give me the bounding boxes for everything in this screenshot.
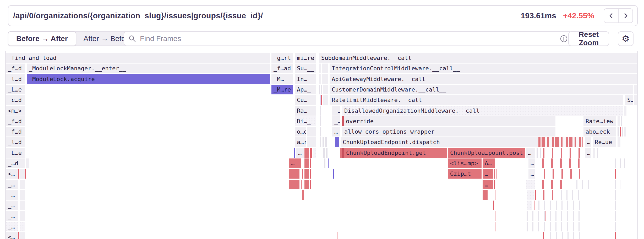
settings-button[interactable]: ⚙	[618, 31, 634, 46]
flame-frame[interactable]	[624, 127, 626, 136]
flame-frame[interactable]: _ModuleLockManager.__enter__	[27, 64, 270, 73]
flame-frame[interactable]	[615, 190, 616, 200]
flame-frame[interactable]	[322, 64, 328, 73]
flame-frame[interactable]: _M…__	[271, 74, 293, 84]
flame-frame[interactable]	[624, 158, 625, 168]
flame-frame[interactable]	[320, 116, 321, 126]
flame-frame[interactable]	[620, 127, 621, 136]
flame-frame[interactable]	[333, 169, 334, 179]
flame-frame[interactable]	[615, 211, 616, 221]
flame-frame[interactable]	[313, 148, 316, 158]
flame-frame[interactable]: o…e	[295, 127, 306, 136]
flame-frame[interactable]	[20, 232, 25, 239]
flame-frame[interactable]	[634, 85, 637, 94]
flame-frame[interactable]	[615, 222, 616, 231]
flame-frame[interactable]	[20, 201, 25, 210]
reset-zoom-button[interactable]: Reset Zoom	[568, 31, 609, 46]
flame-frame[interactable]: _L…e	[6, 85, 25, 94]
flame-frame[interactable]: DisallowedOrganizationMiddleware.__call_…	[342, 106, 623, 116]
flame-frame[interactable]: Cu…_	[295, 95, 316, 105]
flame-frame[interactable]	[323, 137, 324, 147]
flame-frame[interactable]	[615, 180, 616, 189]
flame-frame[interactable]: _ModuleLock.acquire	[27, 74, 270, 84]
flame-frame[interactable]	[322, 74, 328, 84]
flame-stripe-cluster[interactable]	[527, 211, 583, 221]
flame-frame[interactable]: _f…ad	[271, 64, 293, 73]
flame-frame[interactable]: _…	[6, 201, 18, 210]
flame-frame[interactable]: _…	[332, 116, 340, 126]
flame-frame[interactable]: _l…d	[6, 74, 25, 84]
flame-frame[interactable]: A…	[483, 158, 495, 168]
flame-frame[interactable]	[321, 85, 322, 94]
flame-stripe-cluster[interactable]	[542, 180, 569, 189]
flame-frame[interactable]	[18, 232, 19, 239]
flame-frame[interactable]: Re…ue	[593, 137, 616, 147]
flame-frame[interactable]	[320, 127, 321, 136]
flame-stripe-cluster[interactable]	[542, 158, 583, 168]
flame-frame[interactable]: RatelimitMiddleware.__call__	[330, 95, 623, 105]
flame-frame[interactable]: ChunkUploadEndpoint.dispatch	[341, 137, 538, 147]
flame-frame[interactable]: ChunkUploadEndpoint.get	[342, 148, 447, 158]
flame-frame[interactable]	[543, 232, 544, 239]
flame-frame[interactable]: _c…d	[6, 95, 25, 105]
flame-stripe-cluster[interactable]	[544, 169, 580, 179]
flame-frame[interactable]	[320, 106, 321, 116]
flame-frame[interactable]: _…	[6, 190, 18, 200]
flame-frame[interactable]	[20, 222, 25, 231]
flame-frame[interactable]: …	[585, 148, 591, 158]
flame-frame[interactable]	[304, 158, 309, 168]
flame-frame[interactable]	[495, 222, 495, 231]
flame-frame[interactable]: mi…re	[295, 53, 316, 63]
flame-frame[interactable]: _…d	[6, 158, 25, 168]
flame-frame[interactable]	[323, 85, 328, 94]
search-input[interactable]	[139, 34, 556, 43]
flame-frame[interactable]	[302, 169, 303, 179]
flame-frame[interactable]: …	[483, 180, 493, 189]
flame-frame[interactable]	[319, 64, 321, 73]
flame-stripe-cluster[interactable]	[561, 190, 584, 200]
flame-frame[interactable]: …	[332, 127, 340, 136]
flame-frame[interactable]	[493, 201, 494, 210]
flame-frame[interactable]	[319, 85, 320, 94]
flame-frame[interactable]	[311, 148, 312, 158]
flame-frame[interactable]	[335, 137, 339, 147]
flame-stripe-cluster[interactable]	[527, 222, 583, 231]
flame-frame[interactable]	[18, 169, 19, 179]
next-button[interactable]	[618, 8, 633, 23]
flame-frame[interactable]: _M…re	[271, 85, 293, 94]
flame-frame[interactable]	[597, 148, 598, 158]
flame-frame[interactable]	[495, 190, 495, 200]
flame-frame[interactable]	[302, 190, 304, 200]
flame-frame[interactable]: Gzip…t__	[448, 169, 482, 179]
flame-frame[interactable]: ApiGatewayMiddleware.__call__	[330, 74, 637, 84]
flame-frame[interactable]	[634, 95, 637, 105]
flame-frame[interactable]	[319, 74, 321, 84]
flame-stripe-cluster[interactable]	[538, 201, 583, 210]
prev-button[interactable]	[604, 8, 618, 23]
flame-frame[interactable]: CustomerDomainMiddleware.__call__	[330, 85, 633, 94]
flame-frame[interactable]: allow_cors_options_wrapper	[342, 127, 555, 136]
flame-frame[interactable]	[323, 95, 328, 105]
flame-frame[interactable]	[615, 158, 616, 168]
flame-frame[interactable]	[310, 148, 311, 158]
flame-frame[interactable]	[320, 137, 321, 147]
flame-frame[interactable]: _g…rt	[271, 53, 293, 63]
flame-frame[interactable]: _…	[6, 180, 18, 189]
flame-frame[interactable]	[20, 211, 25, 221]
flame-frame[interactable]: a…r	[295, 137, 306, 147]
flame-frame[interactable]	[620, 158, 621, 168]
flame-frame[interactable]	[310, 169, 311, 179]
flame-frame[interactable]: Ap…_	[295, 85, 316, 94]
flame-frame[interactable]	[593, 148, 595, 158]
flame-frame[interactable]	[527, 190, 534, 200]
flame-frame[interactable]: …	[528, 158, 535, 168]
flame-frame[interactable]	[618, 127, 619, 136]
flame-frame[interactable]	[527, 201, 532, 210]
flame-frame[interactable]: …	[483, 169, 493, 179]
flame-frame[interactable]	[304, 180, 309, 189]
flame-stripe-cluster[interactable]	[576, 180, 592, 189]
flame-frame[interactable]	[26, 158, 29, 168]
flame-frame[interactable]	[483, 190, 488, 200]
flame-frame[interactable]	[328, 158, 329, 168]
flame-frame[interactable]	[25, 169, 26, 179]
